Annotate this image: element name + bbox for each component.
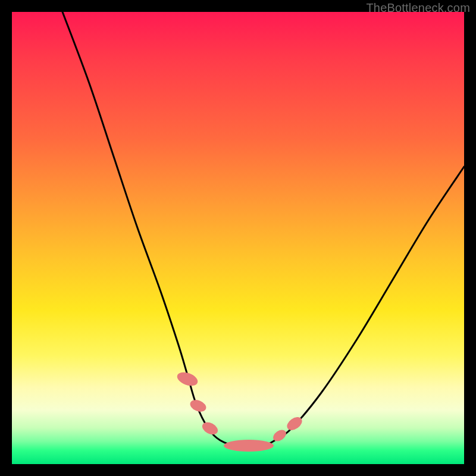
- chart-plot-area: [12, 12, 464, 464]
- chart-frame: TheBottleneck.com: [0, 0, 476, 476]
- curve-markers: [176, 369, 305, 452]
- chart-svg: [12, 12, 464, 464]
- watermark-text: TheBottleneck.com: [366, 1, 470, 15]
- left-marker-3: [200, 419, 220, 437]
- bottleneck-curve: [62, 12, 464, 447]
- trough-marker: [224, 440, 274, 452]
- left-marker-2: [189, 397, 208, 414]
- curve-group: [62, 12, 464, 447]
